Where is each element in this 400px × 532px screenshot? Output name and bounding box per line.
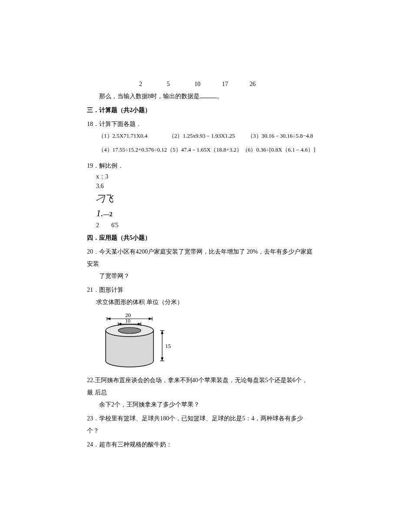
q18-1: （1）2.5X71.71X0.4	[98, 130, 169, 142]
section-3-heading: 三．计算题（共2小题）	[87, 104, 313, 116]
q21-stem: 21．图形计算	[87, 284, 313, 296]
q19-l2: 3.6	[96, 182, 313, 191]
fill-blank[interactable]	[200, 92, 217, 98]
q21-sub: 求立体图形的体积 单位（分米）	[96, 296, 313, 308]
q20-line2: 了宽带网？	[99, 270, 313, 282]
output-sequence-row: 2 5 10 17 26	[139, 78, 313, 90]
q18-6: （6）0.36÷[0.8X（6.1－4.6）]	[242, 144, 315, 155]
seq-val: 26	[250, 78, 276, 90]
svg-marker-9	[107, 317, 110, 320]
q17-text: 那么，当输入数据8时，输出的数据是	[99, 93, 200, 99]
q19-l4: 1.—2	[96, 205, 313, 221]
q18-row2: （4）17.55÷15.2+0.576÷0.12 （5）47.4－1.65X（1…	[98, 144, 313, 155]
q19-stem: 19．解比例．	[87, 160, 313, 172]
q17-suffix: 。	[217, 93, 223, 99]
dim-outer: 20	[125, 312, 131, 318]
svg-marker-20	[161, 357, 163, 361]
q24: 24．超市有三种规格的酸牛奶：	[87, 439, 313, 451]
q20-line1: 20．今天某小区有4200户家庭安装了宽带网，比去年增加了 20%，去年有多少户…	[87, 246, 313, 270]
q19-l4b: —2	[103, 211, 113, 218]
svg-point-5	[118, 327, 141, 334]
cylinder-svg: 20 10 15	[99, 311, 182, 372]
q19-body: x；3 3.6 刁飞 1.—2 2 6'5	[96, 172, 313, 230]
q19-l3: 刁飞	[96, 192, 313, 205]
q18-row1: （1）2.5X71.71X0.4 （2）1.25x9.93－1.93X1.25 …	[98, 130, 313, 142]
seq-val: 2	[139, 78, 165, 90]
q19-l4a: 1.	[96, 208, 103, 218]
seq-val: 17	[222, 78, 248, 90]
seq-val: 5	[167, 78, 193, 90]
q19-l1: x；3	[96, 172, 313, 182]
seq-val: 10	[194, 78, 220, 90]
q17-line: 那么，当输入数据8时，输出的数据是。	[87, 90, 313, 102]
svg-marker-19	[161, 330, 163, 334]
cylinder-figure: 20 10 15	[99, 311, 313, 372]
dim-inner: 10	[125, 318, 130, 324]
q18-3: （3）30.16－30.16÷5.8−4.8	[247, 130, 313, 142]
exam-page: 2 5 10 17 26 那么，当输入数据8时，输出的数据是。 三．计算题（共2…	[0, 0, 400, 486]
section-4-heading: 四．应用题（共5小题）	[87, 232, 313, 244]
q18-4: （4）17.55÷15.2+0.576÷0.12	[98, 144, 167, 155]
q18-stem: 18．计算下面各题．	[87, 118, 313, 130]
q23: 23．学校里有篮球、足球共180个，已知篮球、足球的比是5：4，两种球各有多少个…	[87, 413, 313, 437]
q18-2: （2）1.25x9.93－1.93X1.25	[169, 130, 247, 142]
dim-height: 15	[165, 343, 171, 349]
q19-l5: 2 6'5	[96, 221, 313, 230]
q22-line2: 余下2个，王阿姨拿来了多少个苹果？	[99, 399, 313, 411]
q22-line1: 22.王阿姨布置座谈会的会场，拿来不到40个苹果装盘，无论每盘装5个还是装6个，…	[87, 374, 313, 399]
q18-5: （5）47.4－1.65X（18.8+3.2）	[167, 144, 242, 155]
svg-marker-10	[149, 317, 152, 320]
